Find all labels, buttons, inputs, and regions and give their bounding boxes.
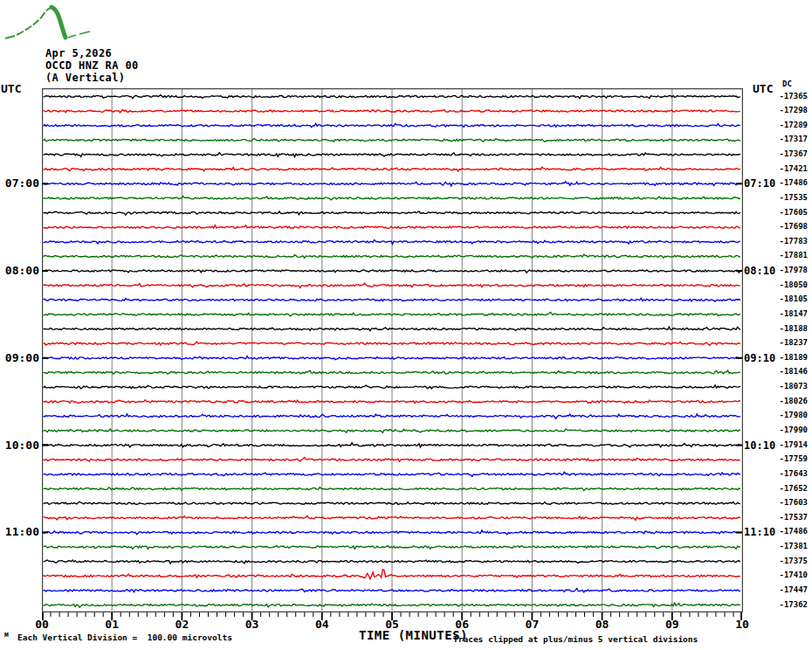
dc-value: -17537: [767, 513, 808, 522]
x-tick-label: 04: [307, 618, 337, 631]
hour-label-right: 08:10: [744, 265, 775, 277]
date-label: Apr 5,2026: [45, 47, 112, 59]
logo-ridge-curve: [17, 8, 52, 35]
dc-value: -18105: [767, 294, 808, 303]
x-tick-label: 01: [97, 618, 127, 631]
dc-value: -17759: [767, 454, 808, 463]
hour-label-right: 11:10: [744, 526, 775, 538]
hour-label-left: 07:00: [0, 176, 39, 190]
dc-value: -17990: [767, 425, 808, 434]
hour-label-left: 09:00: [0, 351, 39, 364]
dc-column-header: DC: [782, 80, 792, 88]
hour-label-left: 08:00: [0, 264, 39, 277]
dc-value: -17698: [767, 222, 808, 231]
hour-label-right: 10:10: [744, 439, 775, 452]
x-tick-label: 00: [27, 618, 57, 631]
dc-value: -17421: [767, 164, 808, 173]
logo-ridge-dash-left: [5, 36, 15, 38]
helicorder-page: Apr 5,2026 OCCD HNZ RA 00 (A Vertical) U…: [0, 0, 812, 650]
dc-value: -17535: [767, 193, 808, 202]
dc-value: -17298: [767, 106, 808, 114]
division-note: Each Vertical Division = 100.00 microvol…: [17, 633, 232, 642]
dc-value: -18146: [767, 367, 808, 376]
dc-value: -18026: [767, 397, 808, 405]
dc-value: -17652: [767, 484, 808, 493]
dc-value: -17365: [767, 92, 808, 100]
x-tick-label: 02: [167, 618, 196, 631]
dc-value: -17410: [767, 570, 808, 579]
dc-value: -17367: [767, 149, 808, 158]
dc-value: -17375: [767, 557, 808, 565]
dc-value: -17289: [767, 121, 808, 129]
hour-label-left: 11:00: [0, 525, 39, 538]
dc-value: -17881: [767, 251, 808, 259]
utc-header-left: UTC: [1, 82, 21, 95]
dc-value: -17317: [767, 135, 808, 143]
dc-value: -18237: [767, 338, 808, 347]
dc-value: -17605: [767, 208, 808, 217]
dc-value: -17643: [767, 469, 808, 478]
dc-value: -18147: [767, 309, 808, 318]
corner-glyph: м: [4, 631, 9, 639]
dc-value: -17603: [767, 498, 808, 507]
x-tick-label: 06: [447, 618, 477, 631]
logo-ridge-dash-right: [68, 31, 90, 38]
dc-value: -18050: [767, 280, 808, 289]
dc-value: -18188: [767, 324, 808, 333]
x-tick-label: 07: [517, 618, 547, 631]
x-tick-label: 03: [237, 618, 267, 631]
hour-label-right: 09:10: [744, 352, 775, 364]
dc-value: -17362: [767, 600, 808, 609]
hour-label-left: 10:00: [0, 439, 39, 452]
component-label: (A Vertical): [45, 72, 126, 84]
hour-label-right: 07:10: [744, 177, 775, 190]
dc-value: -17783: [767, 237, 808, 245]
x-tick-label: 10: [727, 618, 757, 631]
x-tick-label: 09: [657, 618, 687, 631]
opgc-logo: [3, 2, 101, 49]
station-label: OCCD HNZ RA 00: [45, 59, 139, 72]
x-tick-label: 08: [588, 618, 617, 631]
dc-value: -18073: [767, 382, 808, 391]
clip-note: Traces clipped at plus/minus 5 vertical …: [453, 634, 698, 644]
dc-value: -17381: [767, 542, 808, 550]
seismogram-plot: [42, 88, 743, 612]
logo-dome-peak: [52, 7, 65, 38]
dc-value: -17447: [767, 585, 808, 594]
x-tick-label: 05: [377, 618, 407, 631]
dc-value: -17980: [767, 411, 808, 419]
